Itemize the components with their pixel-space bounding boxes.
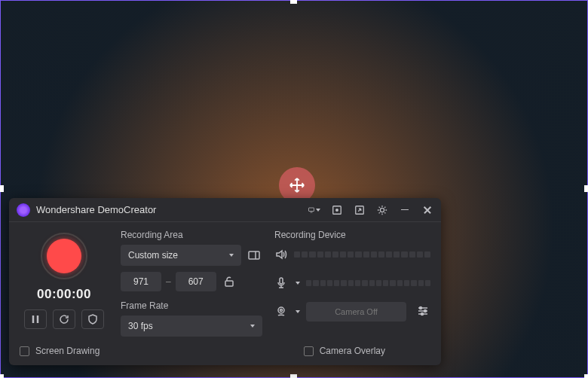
chevron-down-icon: [296, 282, 300, 285]
svg-rect-7: [280, 278, 283, 284]
resize-handle-top[interactable]: [290, 0, 297, 4]
fullscreen-button[interactable]: [354, 204, 366, 216]
svg-point-2: [336, 209, 338, 211]
timer-display: 00:00:00: [37, 287, 91, 302]
record-button[interactable]: [41, 233, 87, 279]
svg-point-10: [420, 307, 422, 309]
frame-rate-value: 30 fps: [128, 321, 153, 331]
chevron-down-icon: [296, 310, 300, 313]
expand-icon: [354, 205, 365, 215]
height-input[interactable]: [176, 272, 216, 291]
titlebar: Wondershare DemoCreator: [9, 198, 441, 222]
app-logo-icon: [17, 203, 30, 217]
speaker-icon: [275, 248, 287, 261]
chevron-down-icon: [229, 254, 234, 257]
svg-point-8: [278, 307, 284, 313]
unlock-icon: [223, 276, 235, 288]
screen-drawing-label: Screen Drawing: [35, 346, 100, 356]
resize-handle-bottom-left[interactable]: [0, 374, 4, 378]
square-dot-icon: [332, 205, 342, 215]
svg-point-11: [424, 310, 427, 312]
speaker-level-meter: [294, 251, 430, 258]
microphone-icon: [275, 277, 287, 289]
svg-point-4: [380, 208, 384, 212]
restart-icon: [59, 314, 69, 325]
record-icon: [47, 239, 81, 273]
monitor-icon: [308, 205, 314, 215]
aspect-icon: [248, 249, 260, 261]
recording-area-label: Recording Area: [121, 230, 262, 240]
chevron-down-icon: [250, 325, 255, 328]
screen-drawing-checkbox[interactable]: [20, 346, 29, 356]
chevron-down-icon: [316, 209, 320, 212]
svg-rect-5: [249, 251, 259, 259]
camera-overlay-checkbox[interactable]: [304, 346, 314, 356]
move-icon: [289, 177, 305, 194]
display-select-button[interactable]: [308, 204, 320, 216]
capture-mode-button[interactable]: [331, 204, 343, 216]
svg-point-12: [421, 313, 424, 316]
webcam-icon: [275, 306, 287, 318]
microphone-device-button[interactable]: [274, 276, 288, 290]
svg-rect-0: [309, 208, 314, 212]
resize-handle-right[interactable]: [584, 185, 588, 192]
width-input[interactable]: [121, 272, 161, 291]
resize-handle-bottom-right[interactable]: [584, 374, 588, 378]
resize-handle-bottom[interactable]: [290, 374, 297, 378]
camera-status: Camera Off: [306, 302, 406, 322]
shield-icon: [87, 314, 98, 325]
svg-point-9: [280, 309, 283, 312]
size-mode-value: Custom size: [128, 250, 178, 261]
restart-button[interactable]: [53, 309, 75, 329]
minimize-button[interactable]: [399, 204, 411, 216]
size-mode-select[interactable]: Custom size: [121, 245, 241, 266]
lock-aspect-button[interactable]: [221, 273, 237, 290]
resize-handle-left[interactable]: [0, 185, 4, 192]
pause-button[interactable]: [24, 309, 47, 329]
microphone-level-meter: [306, 279, 430, 287]
close-button[interactable]: [421, 204, 433, 216]
frame-rate-label: Frame Rate: [121, 300, 262, 311]
speaker-device-button[interactable]: [274, 248, 288, 261]
settings-button[interactable]: [376, 204, 388, 216]
camera-settings-button[interactable]: [417, 305, 430, 319]
pause-icon: [30, 314, 41, 325]
gear-icon: [377, 205, 387, 215]
shield-button[interactable]: [81, 309, 104, 329]
recording-device-label: Recording Device: [274, 230, 430, 240]
dimension-separator: –: [166, 276, 171, 287]
app-title: Wondershare DemoCreator: [36, 204, 308, 215]
camera-overlay-label: Camera Overlay: [320, 346, 385, 356]
recorder-panel: Wondershare DemoCreator 00:00:00: [9, 198, 441, 365]
aspect-ratio-button[interactable]: [246, 247, 262, 264]
sliders-icon: [417, 305, 429, 317]
frame-rate-select[interactable]: 30 fps: [121, 316, 262, 337]
svg-rect-6: [225, 281, 233, 286]
webcam-device-button[interactable]: [274, 305, 288, 319]
